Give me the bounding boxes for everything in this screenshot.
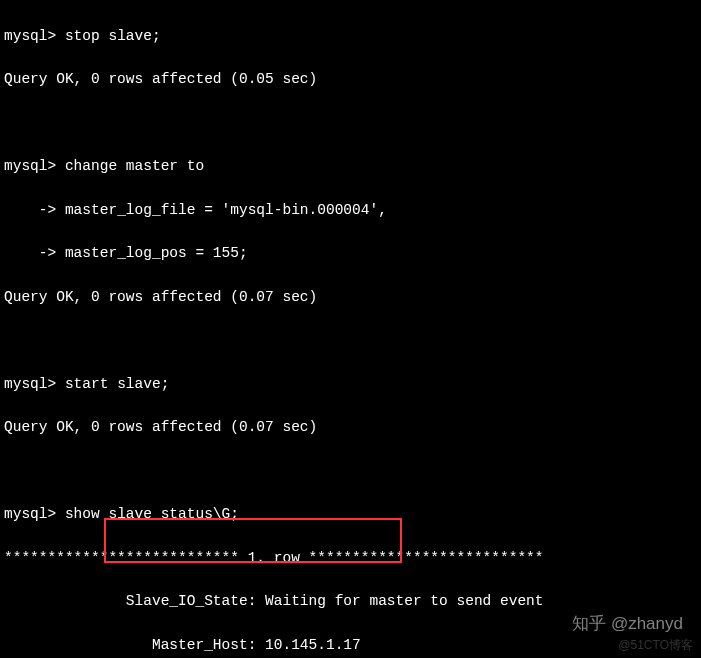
prompt: mysql> [4,376,65,392]
watermark-zhihu: 知乎 @zhanyd [572,611,683,637]
command-text: master_log_pos = 155; [65,245,248,261]
status-label: Master_Host: [4,637,265,653]
cmd-line: mysql> change master to [4,156,697,178]
cmd-line: mysql> show slave status\G; [4,504,697,526]
command-text: start slave; [65,376,169,392]
command-text: stop slave; [65,28,161,44]
cont-prompt: -> [4,245,65,261]
command-text: show slave status\G; [65,506,239,522]
status-label: Slave_IO_State: [4,593,265,609]
result-line: Query OK, 0 rows affected (0.07 sec) [4,417,697,439]
cmd-continuation: -> master_log_file = 'mysql-bin.000004', [4,200,697,222]
result-line: Query OK, 0 rows affected (0.07 sec) [4,287,697,309]
prompt: mysql> [4,506,65,522]
watermark-51cto: @51CTO博客 [618,636,693,654]
blank-line [4,330,697,352]
prompt: mysql> [4,28,65,44]
cont-prompt: -> [4,202,65,218]
cmd-continuation: -> master_log_pos = 155; [4,243,697,265]
blank-line [4,113,697,135]
cmd-line: mysql> start slave; [4,374,697,396]
terminal-output: mysql> stop slave; Query OK, 0 rows affe… [4,4,697,658]
row-header: *************************** 1. row *****… [4,548,697,570]
blank-line [4,461,697,483]
prompt: mysql> [4,158,65,174]
status-row: Master_Host: 10.145.1.17 [4,635,697,657]
result-line: Query OK, 0 rows affected (0.05 sec) [4,69,697,91]
status-value: Waiting for master to send event [265,593,543,609]
cmd-line: mysql> stop slave; [4,26,697,48]
command-text: change master to [65,158,204,174]
command-text: master_log_file = 'mysql-bin.000004', [65,202,387,218]
status-value: 10.145.1.17 [265,637,361,653]
